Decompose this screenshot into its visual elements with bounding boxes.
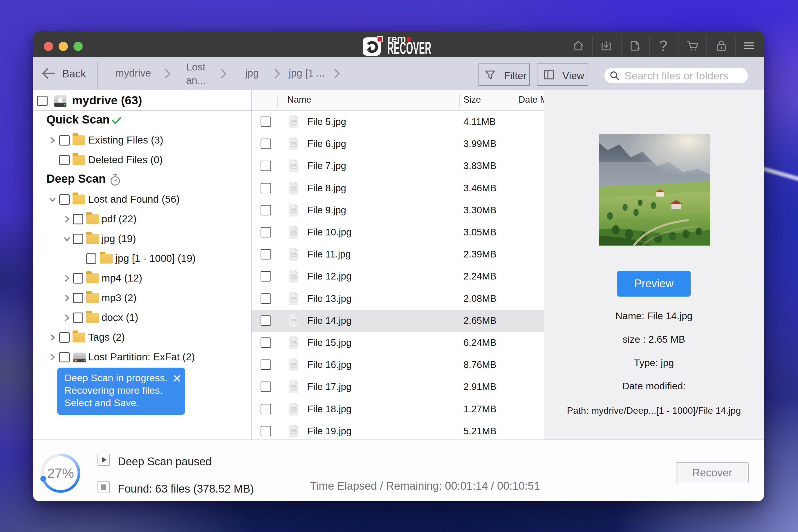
svg-text:27%: 27%	[47, 466, 74, 481]
